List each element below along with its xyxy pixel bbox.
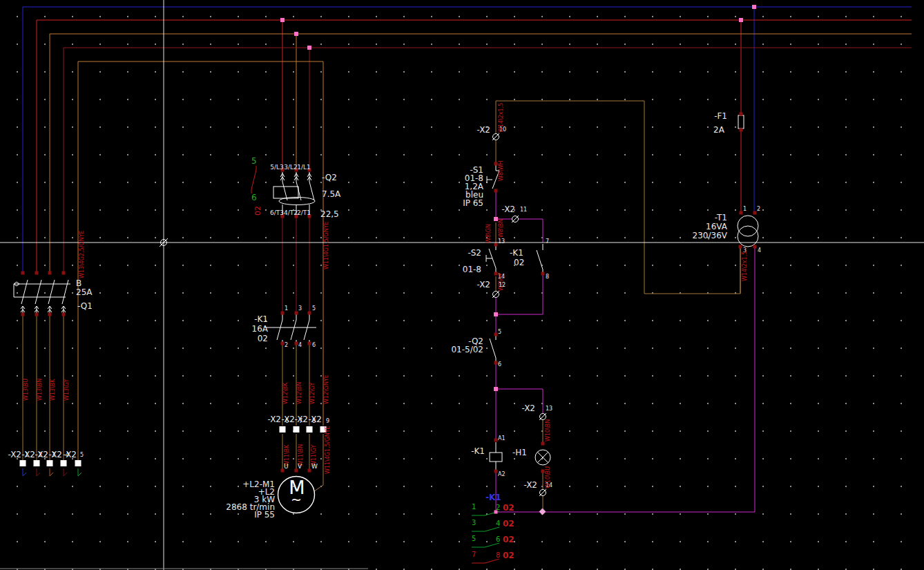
xref-row2-ref: 02 — [503, 520, 514, 528]
x2-12-num: 12 — [499, 283, 506, 288]
xref-row1-left: 1 — [472, 504, 476, 511]
k1-aux-tag: -K1 — [510, 249, 523, 258]
motor-wave: ~ — [289, 493, 303, 506]
x2-left-num-1: 1 — [25, 453, 28, 458]
k1-term-6: 6 — [312, 343, 316, 348]
w11-cable-label: W11\4G1,5/GNYE — [323, 221, 330, 269]
wire-panel-brown[interactable] — [23, 101, 740, 511]
q2-aux-ref2: 01-5/02 — [447, 345, 483, 354]
q2-aux-term-6: 6 — [498, 362, 501, 368]
x2-motor-num-9: 9 — [326, 419, 329, 424]
s1-ip: IP 65 — [450, 199, 483, 208]
xref-row3-ref: 02 — [503, 535, 514, 544]
k1-contactor-symbol[interactable] — [265, 314, 316, 342]
w13-core-3: W13\BK — [50, 379, 57, 401]
k1-coil-tag: -K1 — [457, 447, 485, 456]
w13-core-1: W13\BU — [23, 379, 30, 401]
xref-row1-ref: 02 — [503, 504, 514, 512]
x2-terminal-squares[interactable] — [20, 426, 327, 466]
h1-tag: -H1 — [512, 448, 527, 457]
xref-row3-right: 6 — [496, 536, 500, 543]
s2-loc: 01-8 — [454, 265, 481, 274]
w14-top-label: W14\2x1,5 — [498, 103, 505, 133]
xref-row2-right: 4 — [496, 520, 500, 527]
q2-tag: -Q2 — [322, 173, 337, 182]
xref-row4-right: 8 — [496, 552, 500, 559]
k1-tag: -K1 — [243, 315, 268, 324]
x2-10-label: -X2 — [470, 126, 490, 135]
xref-row3-left: 5 — [472, 535, 476, 542]
wire-q2-k1[interactable] — [282, 218, 309, 312]
s2-contact-symbol[interactable] — [486, 246, 496, 272]
x2-motor-num-8: 8 — [312, 419, 316, 424]
x2-11-num: 11 — [520, 207, 527, 213]
motor-pin-v: V — [298, 464, 302, 470]
k1-term-4: 4 — [298, 343, 302, 348]
t1-power: 16VA — [691, 222, 727, 231]
q1-type-label: B — [76, 279, 81, 288]
k1-aux-contact-symbol[interactable] — [537, 244, 543, 273]
xref-row4-left: 7 — [472, 551, 476, 558]
x2-motor-label-1: -X2 — [266, 415, 281, 424]
schematic-canvas: B 25A -Q1 -X2 -X2 -X2 -X2 -X2 1 2 3 4 5 … — [0, 0, 924, 570]
x2-left-num-5: 5 — [80, 453, 84, 458]
q2-aux-crossref-contact — [251, 166, 256, 193]
x2-13-num: 13 — [546, 406, 552, 412]
terminal-stubs-left — [23, 468, 81, 476]
x2-left-num-2: 2 — [39, 453, 42, 458]
xref-row1-right: 2 — [496, 504, 500, 511]
q1-breaker-symbol[interactable] — [14, 280, 70, 314]
k1-aux-ref: 02 — [514, 258, 524, 267]
x2-motor-num-6: 6 — [285, 419, 289, 424]
k1-term-5: 5 — [312, 306, 316, 312]
q1-rating-label: 25A — [76, 288, 92, 297]
k1-coil-a2: A2 — [498, 472, 506, 477]
w12-core-3: W12\GY — [309, 383, 316, 404]
s2-term-13: 13 — [498, 239, 505, 245]
q2-term-1L1: 1/L1 — [294, 164, 314, 171]
q2-aux-term-5: 5 — [498, 330, 501, 335]
k1-coil-symbol[interactable] — [490, 442, 502, 470]
f1-fuse-symbol[interactable] — [738, 115, 744, 129]
q2-size: 22,5 — [320, 210, 339, 219]
xref-row2-left: 3 — [472, 520, 476, 526]
wire-phase1-red[interactable] — [37, 20, 912, 273]
q2-breaker-symbol[interactable] — [273, 172, 315, 215]
w12-core-4: W12\GNYE — [323, 374, 330, 404]
f1-tag: -F1 — [706, 112, 727, 121]
motor-ip: IP 55 — [225, 511, 275, 520]
t1-term-1: 1 — [743, 207, 747, 212]
q2-aux-contact-symbol[interactable] — [490, 336, 496, 361]
wire-neutral-blue[interactable] — [23, 7, 912, 273]
crosshair — [0, 0, 924, 570]
w13-core-4: W13\GY — [64, 379, 70, 401]
t1-voltage: 230/36V — [691, 231, 727, 240]
w11-core-4: W11\4G1,5/GNYE — [325, 426, 331, 474]
k1-term-2: 2 — [285, 343, 288, 348]
k1-rating: 16A — [243, 325, 268, 334]
k1-aux-term-8: 8 — [546, 274, 549, 280]
q2-aux-num-6: 6 — [251, 193, 257, 202]
t1-term-2: 2 — [757, 207, 760, 212]
x2-13-label: -X2 — [514, 404, 535, 413]
q1-tag: -Q1 — [77, 302, 93, 311]
k1-term-3: 3 — [298, 306, 302, 312]
x2-11-label: -X2 — [494, 205, 515, 214]
t1-term-4: 4 — [758, 248, 761, 254]
connection-dots — [21, 113, 757, 473]
w13-core-2: W13\BN — [37, 379, 44, 401]
t1-transformer-symbol[interactable] — [738, 216, 758, 247]
wire-phase2-orange[interactable] — [50, 34, 912, 273]
w13-cable-label: W13\4G2,5/GNYE — [79, 230, 86, 278]
f1-rating: 2A — [713, 126, 724, 135]
k1-term-1: 1 — [285, 306, 288, 312]
schematic-drawing — [0, 0, 924, 570]
t1-tag: -T1 — [691, 213, 727, 222]
motor-pin-w: W — [311, 464, 318, 470]
h1-lamp-symbol[interactable] — [535, 450, 550, 465]
s2-tag: -S2 — [454, 249, 481, 258]
w8-bn-label: W8\BN — [498, 219, 505, 238]
w10-bn-label: W10\BN — [545, 419, 552, 441]
w12-core-2: W12\BN — [296, 382, 303, 404]
w8-wh-label: W8\WH — [498, 160, 505, 181]
